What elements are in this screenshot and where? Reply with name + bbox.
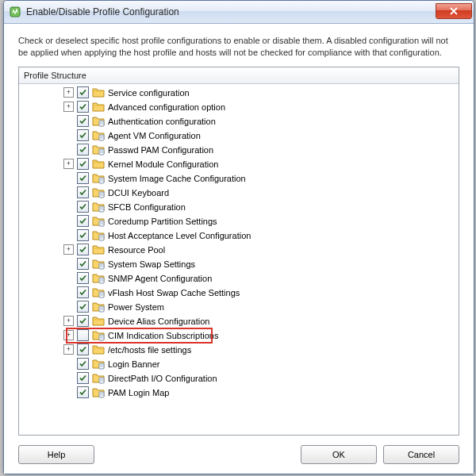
checkbox[interactable]	[77, 144, 89, 155]
tree-item-label: Service configuration	[108, 88, 190, 98]
expand-icon[interactable]: +	[63, 87, 74, 98]
tree-item-label: PAM Login Map	[108, 388, 169, 397]
svg-rect-7	[99, 221, 104, 226]
tree-row[interactable]: +/etc/hosts file settings	[22, 343, 459, 357]
window-title: Enable/Disable Profile Configuration	[26, 6, 436, 17]
svg-rect-0	[10, 7, 20, 17]
checkbox[interactable]	[77, 201, 89, 213]
help-button[interactable]: Help	[18, 445, 94, 464]
expand-icon[interactable]: +	[63, 316, 74, 326]
expand-icon[interactable]: +	[63, 244, 74, 255]
svg-rect-4	[99, 178, 104, 183]
tree-row[interactable]: Host Acceptance Level Configuration	[22, 228, 459, 243]
profile-icon	[92, 116, 105, 127]
checkbox[interactable]	[77, 358, 89, 370]
expand-icon[interactable]: +	[63, 344, 74, 355]
cancel-button[interactable]: Cancel	[383, 445, 459, 464]
tree-row[interactable]: PAM Login Map	[22, 386, 459, 400]
profile-icon	[92, 144, 105, 155]
profile-icon	[92, 187, 105, 198]
tree-row[interactable]: +Resource Pool	[22, 243, 459, 257]
tree-body[interactable]: +Service configuration+Advanced configur…	[19, 84, 459, 435]
tree-item-label: Agent VM Configuration	[108, 131, 201, 140]
tree-row[interactable]: Coredump Partition Settings	[22, 214, 459, 228]
tree-row[interactable]: Agent VM Configuration	[22, 129, 459, 143]
profile-icon	[92, 301, 105, 313]
dialog-window: Enable/Disable Profile Configuration Che…	[3, 0, 474, 474]
profile-icon	[92, 130, 105, 141]
tree-item-label: Resource Pool	[108, 245, 165, 255]
titlebar[interactable]: Enable/Disable Profile Configuration	[4, 1, 474, 24]
svg-rect-2	[99, 135, 104, 140]
tree-row[interactable]: +Advanced configuration option	[22, 100, 459, 114]
tree-row[interactable]: DCUI Keyboard	[22, 186, 459, 200]
ok-button[interactable]: OK	[301, 445, 377, 464]
checkbox[interactable]	[77, 258, 89, 270]
tree-column-header[interactable]: Profile Structure	[19, 67, 459, 84]
button-row: Help OK Cancel	[18, 445, 459, 464]
svg-rect-13	[99, 335, 104, 340]
svg-rect-9	[99, 263, 104, 269]
checkbox[interactable]	[77, 344, 89, 355]
profile-icon	[92, 373, 105, 384]
tree-item-label: Power System	[108, 302, 164, 312]
tree-row[interactable]: Authentication configuration	[22, 114, 459, 129]
app-icon	[9, 6, 21, 18]
checkbox[interactable]	[77, 101, 89, 113]
checkbox[interactable]	[77, 229, 89, 241]
checkbox[interactable]	[77, 372, 89, 384]
checkbox[interactable]	[77, 329, 89, 341]
checkbox[interactable]	[77, 272, 89, 284]
svg-rect-3	[99, 149, 104, 155]
tree-row[interactable]: SFCB Configuration	[22, 200, 459, 214]
profile-icon	[92, 387, 105, 398]
tree-item-label: Passwd PAM Configuration	[108, 145, 213, 155]
folder-icon	[92, 159, 105, 170]
profile-icon	[92, 230, 105, 241]
expand-icon[interactable]: +	[63, 330, 74, 340]
folder-icon	[92, 344, 105, 355]
tree-item-label: /etc/hosts file settings	[108, 345, 191, 355]
tree-row[interactable]: Login Banner	[22, 357, 459, 371]
tree-row[interactable]: System Image Cache Configuration	[22, 171, 459, 186]
svg-rect-15	[99, 378, 104, 383]
tree-row[interactable]: System Swap Settings	[22, 257, 459, 271]
checkbox[interactable]	[77, 186, 89, 198]
tree-row[interactable]: +Device Alias Configuration	[22, 314, 459, 328]
checkbox[interactable]	[77, 386, 89, 398]
expand-icon[interactable]: +	[63, 159, 74, 169]
description-text: Check or deselect specific host profile …	[18, 35, 459, 59]
tree-row[interactable]: DirectPath I/O Configuration	[22, 371, 459, 386]
tree-row[interactable]: +Service configuration	[22, 86, 459, 100]
checkbox[interactable]	[77, 286, 89, 298]
checkbox[interactable]	[77, 86, 89, 98]
tree-row[interactable]: Passwd PAM Configuration	[22, 143, 459, 157]
tree-row[interactable]: +Kernel Module Configuration	[22, 157, 459, 171]
tree-row[interactable]: SNMP Agent Configuration	[22, 271, 459, 286]
checkbox[interactable]	[77, 315, 89, 327]
checkbox[interactable]	[77, 301, 89, 313]
folder-icon	[92, 102, 105, 113]
checkbox[interactable]	[77, 244, 89, 255]
folder-icon	[92, 316, 105, 327]
tree-row[interactable]: vFlash Host Swap Cache Settings	[22, 286, 459, 300]
close-button[interactable]	[436, 3, 472, 19]
profile-icon	[92, 359, 105, 370]
tree-row[interactable]: Power System	[22, 300, 459, 314]
tree-item-label: DirectPath I/O Configuration	[108, 374, 217, 383]
svg-rect-6	[99, 206, 104, 212]
checkbox[interactable]	[77, 172, 89, 184]
checkbox[interactable]	[77, 115, 89, 127]
svg-rect-5	[99, 192, 104, 198]
checkbox[interactable]	[77, 158, 89, 170]
checkbox[interactable]	[77, 129, 89, 141]
tree-item-label: Kernel Module Configuration	[108, 159, 218, 169]
tree-item-label: SNMP Agent Configuration	[108, 274, 212, 283]
profile-icon	[92, 202, 105, 213]
tree-item-label: DCUI Keyboard	[108, 188, 169, 198]
checkbox[interactable]	[77, 215, 89, 227]
tree-row[interactable]: +CIM Indication Subscriptions	[22, 328, 459, 343]
tree-item-label: System Swap Settings	[108, 259, 195, 269]
expand-icon[interactable]: +	[63, 102, 74, 112]
svg-rect-11	[99, 292, 104, 298]
